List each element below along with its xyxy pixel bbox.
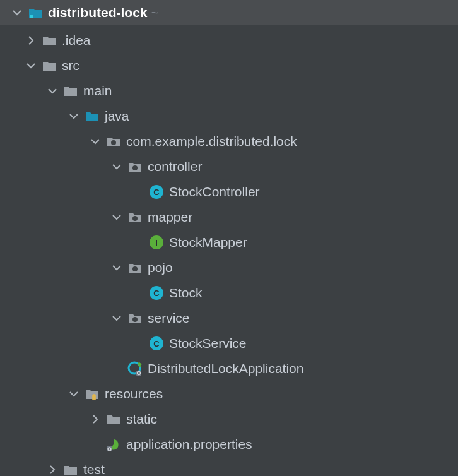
- tree-item-test[interactable]: test: [0, 457, 458, 476]
- tree-label: StockController: [169, 184, 260, 199]
- tree-item-stockservice[interactable]: · C StockService: [0, 331, 458, 356]
- chevron-down-icon: [8, 9, 26, 16]
- source-folder-icon: [83, 110, 101, 122]
- tree-label: src: [62, 58, 79, 73]
- project-path: ~: [151, 6, 159, 20]
- interface-icon: I: [148, 235, 165, 249]
- resources-folder-icon: [83, 388, 101, 400]
- class-icon: C: [148, 185, 165, 199]
- tree-item-stockmapper[interactable]: · I StockMapper: [0, 230, 458, 255]
- tree-item-appprops[interactable]: · application.properties: [0, 432, 458, 457]
- chevron-down-icon: [107, 264, 126, 271]
- tree-item-static[interactable]: static: [0, 407, 458, 432]
- folder-icon: [40, 59, 58, 72]
- chevron-down-icon: [64, 390, 83, 398]
- tree-item-controller[interactable]: controller: [0, 154, 458, 179]
- class-icon: C: [148, 336, 165, 350]
- spring-config-icon: [105, 437, 122, 451]
- tree-item-package[interactable]: com.example.distributed.lock: [0, 129, 458, 154]
- tree-label: mapper: [148, 210, 192, 225]
- folder-icon: [105, 413, 122, 425]
- chevron-down-icon: [107, 314, 126, 322]
- folder-icon: [40, 34, 58, 47]
- project-tree: .idea src main java com.example.distribu…: [0, 25, 458, 476]
- tree-item-pojo[interactable]: pojo: [0, 255, 458, 280]
- chevron-down-icon: [107, 213, 126, 221]
- tree-item-main[interactable]: main: [0, 78, 458, 104]
- tree-label: pojo: [148, 260, 173, 275]
- project-name: distributed-lock: [48, 5, 148, 20]
- tree-item-stockcontroller[interactable]: · C StockController: [0, 179, 458, 205]
- tree-item-src[interactable]: src: [0, 53, 458, 78]
- tree-label: StockService: [169, 336, 247, 351]
- tree-label: resources: [105, 386, 163, 402]
- chevron-down-icon: [43, 87, 62, 95]
- chevron-down-icon: [86, 138, 105, 145]
- tree-label: application.properties: [126, 437, 252, 452]
- tree-item-mapper[interactable]: mapper: [0, 205, 458, 230]
- package-icon: [126, 211, 144, 223]
- spring-boot-run-icon: [126, 361, 144, 376]
- tree-label: static: [126, 412, 157, 427]
- package-icon: [105, 135, 122, 148]
- tree-label: com.example.distributed.lock: [126, 134, 297, 149]
- tree-label: DistributedLockApplication: [148, 361, 303, 376]
- tree-label: controller: [148, 159, 202, 174]
- tree-item-stock[interactable]: · C Stock: [0, 280, 458, 306]
- chevron-down-icon: [107, 163, 126, 170]
- folder-icon: [62, 85, 79, 97]
- package-icon: [126, 261, 144, 274]
- package-icon: [126, 160, 144, 173]
- class-icon: C: [148, 286, 165, 300]
- chevron-right-icon: [86, 415, 105, 424]
- chevron-down-icon: [64, 112, 83, 120]
- tree-label: StockMapper: [169, 235, 247, 250]
- tree-label: Stock: [169, 285, 203, 300]
- tree-label: test: [83, 462, 105, 476]
- tree-label: java: [105, 109, 129, 124]
- folder-icon: [62, 463, 79, 476]
- tree-item-java[interactable]: java: [0, 104, 458, 129]
- tree-label: service: [148, 311, 190, 326]
- tree-label: main: [83, 83, 112, 98]
- module-folder-icon: [26, 6, 44, 19]
- chevron-down-icon: [21, 62, 40, 69]
- chevron-right-icon: [21, 36, 40, 45]
- tree-item-service[interactable]: service: [0, 306, 458, 331]
- chevron-right-icon: [43, 465, 62, 474]
- tree-item-application[interactable]: · DistributedLockApplication: [0, 356, 458, 381]
- tree-item-idea[interactable]: .idea: [0, 28, 458, 53]
- project-header[interactable]: distributed-lock ~: [0, 0, 458, 25]
- tree-item-resources[interactable]: resources: [0, 381, 458, 407]
- package-icon: [126, 312, 144, 324]
- tree-label: .idea: [62, 33, 91, 48]
